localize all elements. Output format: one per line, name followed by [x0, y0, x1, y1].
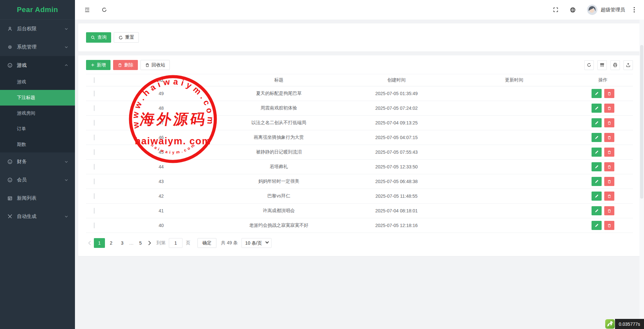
cell-created: 2025-07-05 07:55:43	[338, 150, 455, 155]
pencil-icon	[594, 164, 599, 169]
export-button[interactable]	[623, 60, 633, 70]
cell-title: 夏天的标配是狗尾巴草	[220, 91, 338, 96]
sidebar-subitem-2-3[interactable]: 订单	[0, 121, 75, 137]
sidebar-subitem-2-2[interactable]: 游戏房间	[0, 106, 75, 121]
row-checkbox[interactable]	[94, 179, 95, 184]
header-col-4: 操作	[573, 77, 633, 83]
row-checkbox[interactable]	[94, 222, 95, 228]
reset-button[interactable]: 重置	[114, 32, 139, 43]
header-col-3: 更新时间	[455, 77, 573, 83]
sidebar-subitem-label: 订单	[17, 126, 26, 132]
row-checkbox[interactable]	[94, 208, 95, 214]
sidebar-subitem-2-0[interactable]: 游戏	[0, 74, 75, 90]
select-all-checkbox[interactable]	[94, 77, 95, 83]
page-size-select[interactable]: 10 条/页	[242, 238, 271, 248]
row-checkbox[interactable]	[94, 120, 95, 126]
row-edit-button[interactable]	[592, 133, 602, 142]
trash-icon	[607, 136, 611, 140]
row-edit-button[interactable]	[592, 206, 602, 215]
row-checkbox-cell	[86, 91, 102, 96]
language-globe-icon[interactable]	[570, 7, 576, 13]
fullscreen-icon[interactable]	[553, 7, 559, 13]
row-delete-button[interactable]	[604, 177, 614, 186]
sidebar-subitem-2-1[interactable]: 下注标题	[0, 90, 75, 106]
row-delete-button[interactable]	[604, 162, 614, 171]
table-body: 49夏天的标配是狗尾巴草2025-07-05 01:35:4948周震南戏腔初体…	[86, 86, 633, 233]
sidebar-item-2[interactable]: 游戏	[0, 56, 75, 74]
row-delete-button[interactable]	[604, 118, 614, 127]
cell-created: 2025-07-04 08:18:01	[338, 208, 455, 213]
sidebar-item-1[interactable]: 系统管理	[0, 38, 75, 56]
jump-page-input[interactable]	[169, 238, 183, 248]
scrollbar-thumb[interactable]	[640, 45, 643, 199]
page-next-icon[interactable]	[146, 241, 153, 245]
row-delete-button[interactable]	[604, 206, 614, 215]
print-button[interactable]	[610, 60, 620, 70]
header-col-1: 标题	[220, 77, 338, 83]
row-edit-button[interactable]	[592, 118, 602, 127]
row-edit-button[interactable]	[592, 148, 602, 157]
table-refresh-button[interactable]	[584, 60, 594, 70]
sidebar-item-label: 自动生成	[17, 213, 37, 220]
row-edit-button[interactable]	[592, 162, 602, 171]
sidebar-item-4[interactable]: 会员	[0, 171, 75, 189]
sidebar-subitem-2-4[interactable]: 期数	[0, 137, 75, 152]
trash-icon	[607, 223, 611, 228]
table-row: 47以法之名二创从不打低端局2025-07-04 09:13:25	[86, 116, 633, 130]
row-edit-button[interactable]	[592, 192, 602, 201]
column-filter-button[interactable]	[597, 60, 607, 70]
cell-created: 2025-07-05 04:07:15	[338, 135, 455, 140]
recycle-bin-button[interactable]: 回收站	[140, 60, 170, 70]
avatar[interactable]	[587, 5, 597, 15]
header-checkbox-cell	[86, 78, 102, 83]
trash-icon	[607, 150, 611, 154]
row-delete-button[interactable]	[604, 104, 614, 113]
add-button[interactable]: 新增	[86, 60, 110, 70]
row-edit-button[interactable]	[592, 104, 602, 113]
cell-id: 41	[102, 208, 220, 213]
page-number-5[interactable]: 5	[136, 238, 145, 248]
row-edit-button[interactable]	[592, 221, 602, 230]
row-checkbox[interactable]	[94, 164, 95, 170]
row-edit-button[interactable]	[592, 177, 602, 186]
sidebar-item-5[interactable]: 新闻列表	[0, 189, 75, 207]
row-checkbox[interactable]	[94, 135, 95, 140]
debug-badge: 0.035777s	[605, 319, 644, 329]
sidebar-item-0[interactable]: 后台权限	[0, 20, 75, 38]
row-delete-button[interactable]	[604, 133, 614, 142]
row-checkbox[interactable]	[94, 105, 95, 111]
row-checkbox[interactable]	[94, 149, 95, 155]
content-area: 查询 重置	[75, 20, 644, 329]
jump-confirm-button[interactable]: 确定	[198, 238, 216, 248]
username[interactable]: 超级管理员	[601, 7, 625, 13]
more-kebab-icon[interactable]	[634, 7, 635, 13]
table-toolbar: 新增 删除 回收站	[86, 60, 633, 70]
row-delete-button[interactable]	[604, 89, 614, 98]
query-button[interactable]: 查询	[86, 32, 111, 43]
row-delete-button[interactable]	[604, 148, 614, 157]
row-checkbox[interactable]	[94, 91, 95, 96]
chevron-down-icon	[64, 45, 68, 49]
row-delete-button[interactable]	[604, 221, 614, 230]
page-number-2[interactable]: 2	[106, 238, 116, 248]
row-checkbox-cell	[86, 135, 102, 140]
sidebar-item-6[interactable]: 自动生成	[0, 207, 75, 225]
cell-id: 42	[102, 193, 220, 199]
cell-id: 45	[102, 150, 220, 155]
delete-button[interactable]: 删除	[113, 60, 138, 70]
collapse-sidebar-icon[interactable]	[84, 7, 90, 13]
table-row: 48周震南戏腔初体验2025-07-05 07:24:02	[86, 101, 633, 116]
sidebar-item-3[interactable]: 财务	[0, 152, 75, 171]
row-checkbox[interactable]	[94, 193, 95, 199]
debug-elapsed-time[interactable]: 0.035777s	[615, 319, 644, 329]
page-number-1[interactable]: 1	[94, 238, 105, 248]
row-edit-button[interactable]	[592, 89, 602, 98]
thinkphp-logo-icon[interactable]	[605, 319, 615, 329]
cell-created: 2025-07-05 01:35:49	[338, 91, 455, 96]
page-number-3[interactable]: 3	[117, 238, 127, 248]
refresh-page-icon[interactable]	[101, 7, 107, 13]
sidebar-subitem-label: 期数	[17, 142, 26, 148]
row-delete-button[interactable]	[604, 192, 614, 201]
scrollbar-track[interactable]	[639, 20, 644, 329]
page-prev-icon[interactable]	[86, 241, 93, 245]
